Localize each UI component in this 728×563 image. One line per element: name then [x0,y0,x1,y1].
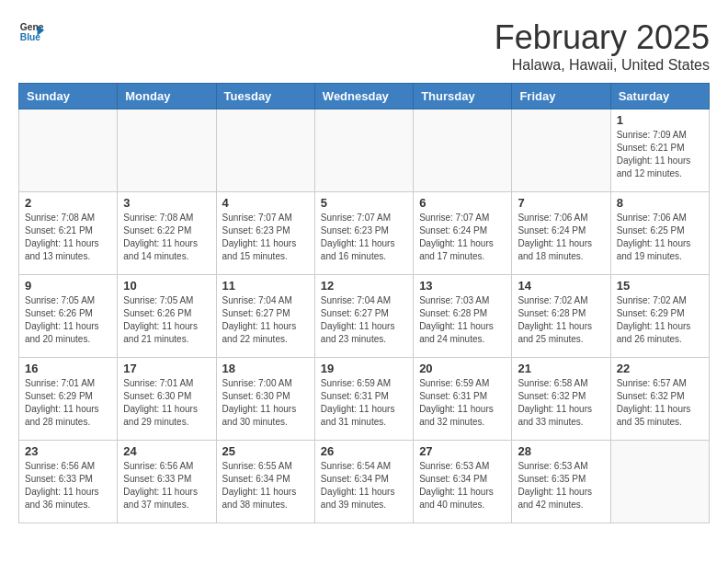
calendar-table: Sunday Monday Tuesday Wednesday Thursday… [18,83,710,523]
day-info: Sunrise: 7:03 AM Sunset: 6:28 PM Dayligh… [419,294,506,346]
table-row: 15Sunrise: 7:02 AM Sunset: 6:29 PM Dayli… [610,275,709,358]
calendar-week-row: 2Sunrise: 7:08 AM Sunset: 6:21 PM Daylig… [19,192,710,275]
day-number: 25 [222,444,309,458]
table-row: 11Sunrise: 7:04 AM Sunset: 6:27 PM Dayli… [216,275,314,358]
day-number: 6 [419,196,506,210]
day-number: 11 [222,279,309,293]
day-info: Sunrise: 7:07 AM Sunset: 6:23 PM Dayligh… [222,212,309,263]
header-friday: Friday [512,84,610,109]
calendar-week-row: 1Sunrise: 7:09 AM Sunset: 6:21 PM Daylig… [19,109,710,192]
table-row [19,109,118,192]
page-header: General Blue February 2025 Halawa, Hawai… [18,18,710,74]
day-info: Sunrise: 7:08 AM Sunset: 6:21 PM Dayligh… [25,212,111,263]
day-info: Sunrise: 6:53 AM Sunset: 6:35 PM Dayligh… [518,460,604,511]
day-info: Sunrise: 7:01 AM Sunset: 6:29 PM Dayligh… [25,377,111,429]
header-wednesday: Wednesday [314,84,413,109]
day-number: 7 [518,196,604,210]
day-number: 18 [222,362,309,375]
table-row: 9Sunrise: 7:05 AM Sunset: 6:26 PM Daylig… [19,275,118,358]
day-number: 20 [419,362,506,375]
day-number: 26 [321,444,407,458]
day-info: Sunrise: 6:54 AM Sunset: 6:34 PM Dayligh… [321,460,407,511]
calendar-title: February 2025 [495,18,710,57]
logo-icon: General Blue [18,18,44,44]
calendar-week-row: 9Sunrise: 7:05 AM Sunset: 6:26 PM Daylig… [19,275,710,358]
day-number: 21 [518,362,604,375]
title-block: February 2025 Halawa, Hawaii, United Sta… [495,18,710,74]
day-number: 5 [321,196,407,210]
day-number: 4 [222,196,309,210]
weekday-header-row: Sunday Monday Tuesday Wednesday Thursday… [19,84,710,109]
day-info: Sunrise: 6:53 AM Sunset: 6:34 PM Dayligh… [419,460,506,511]
calendar-week-row: 16Sunrise: 7:01 AM Sunset: 6:29 PM Dayli… [19,358,710,441]
calendar-week-row: 23Sunrise: 6:56 AM Sunset: 6:33 PM Dayli… [19,441,710,523]
table-row [314,109,413,192]
day-number: 15 [617,279,703,293]
table-row: 20Sunrise: 6:59 AM Sunset: 6:31 PM Dayli… [414,358,512,441]
day-info: Sunrise: 6:59 AM Sunset: 6:31 PM Dayligh… [321,377,407,429]
calendar-subtitle: Halawa, Hawaii, United States [495,57,710,74]
day-info: Sunrise: 6:56 AM Sunset: 6:33 PM Dayligh… [123,460,210,511]
day-number: 12 [321,279,407,293]
table-row: 4Sunrise: 7:07 AM Sunset: 6:23 PM Daylig… [216,192,314,275]
day-info: Sunrise: 6:57 AM Sunset: 6:32 PM Dayligh… [617,377,703,429]
header-monday: Monday [118,84,216,109]
table-row [216,109,314,192]
day-number: 22 [617,362,703,375]
day-number: 16 [25,362,111,375]
table-row: 27Sunrise: 6:53 AM Sunset: 6:34 PM Dayli… [414,441,512,523]
table-row: 6Sunrise: 7:07 AM Sunset: 6:24 PM Daylig… [414,192,512,275]
day-number: 10 [123,279,210,293]
day-info: Sunrise: 7:05 AM Sunset: 6:26 PM Dayligh… [25,294,111,346]
day-number: 27 [419,444,506,458]
table-row: 14Sunrise: 7:02 AM Sunset: 6:28 PM Dayli… [512,275,610,358]
table-row: 1Sunrise: 7:09 AM Sunset: 6:21 PM Daylig… [610,109,709,192]
day-number: 8 [617,196,703,210]
header-saturday: Saturday [610,84,709,109]
table-row: 16Sunrise: 7:01 AM Sunset: 6:29 PM Dayli… [19,358,118,441]
day-number: 3 [123,196,210,210]
table-row: 12Sunrise: 7:04 AM Sunset: 6:27 PM Dayli… [314,275,413,358]
table-row: 18Sunrise: 7:00 AM Sunset: 6:30 PM Dayli… [216,358,314,441]
table-row: 22Sunrise: 6:57 AM Sunset: 6:32 PM Dayli… [610,358,709,441]
day-info: Sunrise: 6:55 AM Sunset: 6:34 PM Dayligh… [222,460,309,511]
day-number: 17 [123,362,210,375]
day-number: 9 [25,279,111,293]
day-info: Sunrise: 7:08 AM Sunset: 6:22 PM Dayligh… [123,212,210,263]
header-sunday: Sunday [19,84,118,109]
day-number: 1 [617,113,703,127]
day-number: 28 [518,444,604,458]
day-info: Sunrise: 7:09 AM Sunset: 6:21 PM Dayligh… [617,129,703,180]
table-row: 2Sunrise: 7:08 AM Sunset: 6:21 PM Daylig… [19,192,118,275]
day-info: Sunrise: 7:00 AM Sunset: 6:30 PM Dayligh… [222,377,309,429]
day-info: Sunrise: 6:56 AM Sunset: 6:33 PM Dayligh… [25,460,111,511]
table-row [512,109,610,192]
table-row: 3Sunrise: 7:08 AM Sunset: 6:22 PM Daylig… [118,192,216,275]
table-row: 13Sunrise: 7:03 AM Sunset: 6:28 PM Dayli… [414,275,512,358]
day-info: Sunrise: 6:59 AM Sunset: 6:31 PM Dayligh… [419,377,506,429]
header-tuesday: Tuesday [216,84,314,109]
day-info: Sunrise: 7:02 AM Sunset: 6:28 PM Dayligh… [518,294,604,346]
day-number: 2 [25,196,111,210]
logo: General Blue [18,18,44,44]
table-row: 23Sunrise: 6:56 AM Sunset: 6:33 PM Dayli… [19,441,118,523]
day-number: 14 [518,279,604,293]
day-info: Sunrise: 7:07 AM Sunset: 6:24 PM Dayligh… [419,212,506,263]
day-info: Sunrise: 7:06 AM Sunset: 6:25 PM Dayligh… [617,212,703,263]
table-row: 5Sunrise: 7:07 AM Sunset: 6:23 PM Daylig… [314,192,413,275]
day-info: Sunrise: 7:04 AM Sunset: 6:27 PM Dayligh… [321,294,407,346]
day-number: 19 [321,362,407,375]
table-row: 7Sunrise: 7:06 AM Sunset: 6:24 PM Daylig… [512,192,610,275]
header-thursday: Thursday [414,84,512,109]
day-number: 24 [123,444,210,458]
table-row: 28Sunrise: 6:53 AM Sunset: 6:35 PM Dayli… [512,441,610,523]
table-row: 17Sunrise: 7:01 AM Sunset: 6:30 PM Dayli… [118,358,216,441]
day-info: Sunrise: 7:02 AM Sunset: 6:29 PM Dayligh… [617,294,703,346]
day-info: Sunrise: 7:04 AM Sunset: 6:27 PM Dayligh… [222,294,309,346]
day-info: Sunrise: 7:05 AM Sunset: 6:26 PM Dayligh… [123,294,210,346]
table-row [414,109,512,192]
day-number: 23 [25,444,111,458]
table-row: 26Sunrise: 6:54 AM Sunset: 6:34 PM Dayli… [314,441,413,523]
table-row: 19Sunrise: 6:59 AM Sunset: 6:31 PM Dayli… [314,358,413,441]
day-info: Sunrise: 7:06 AM Sunset: 6:24 PM Dayligh… [518,212,604,263]
